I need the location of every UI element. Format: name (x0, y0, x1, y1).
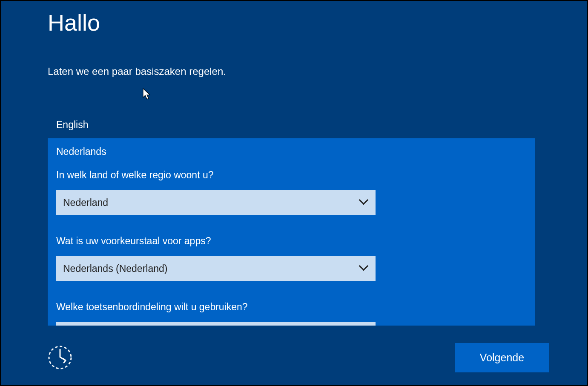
app-language-select[interactable]: Nederlands (Nederland) (56, 256, 376, 281)
keyboard-label: Welke toetsenbordindeling wilt u gebruik… (56, 301, 527, 313)
form-section: In welk land of welke regio woont u? Ned… (48, 165, 535, 326)
app-language-select-value: Nederlands (Nederland) (63, 263, 167, 274)
selected-language-panel: Nederlands In welk land of welke regio w… (48, 138, 535, 326)
app-language-label: Wat is uw voorkeurstaal voor apps? (56, 235, 527, 247)
chevron-down-icon (360, 264, 369, 273)
page-title: Hallo (48, 9, 540, 36)
language-option-nederlands[interactable]: Nederlands (48, 138, 535, 165)
next-button[interactable]: Volgende (455, 343, 549, 372)
country-select[interactable]: Nederland (56, 190, 376, 215)
country-select-value: Nederland (63, 197, 108, 209)
chevron-down-icon (360, 198, 369, 207)
language-option-english[interactable]: English (48, 112, 540, 138)
keyboard-select-peek[interactable] (56, 322, 376, 326)
footer: Volgende (48, 340, 549, 375)
page-subtitle: Laten we een paar basiszaken regelen. (48, 66, 540, 77)
ease-of-access-icon[interactable] (48, 345, 72, 370)
country-label: In welk land of welke regio woont u? (56, 169, 527, 181)
